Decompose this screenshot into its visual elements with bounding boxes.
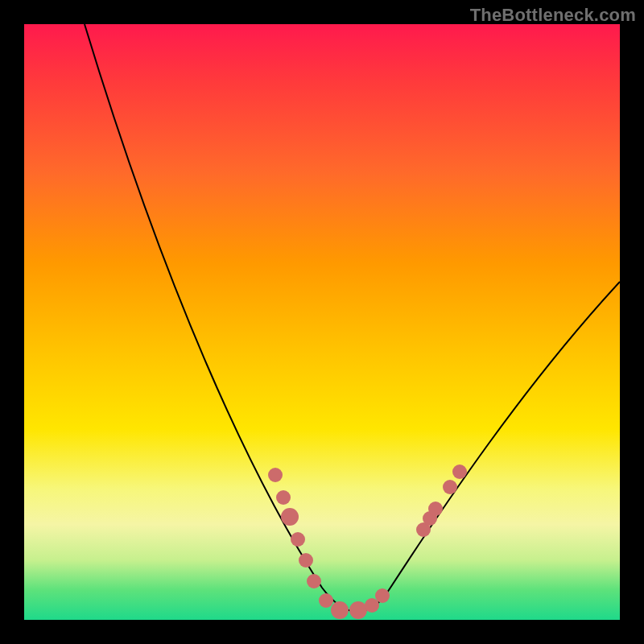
curve-marker — [291, 532, 305, 547]
curve-marker — [276, 490, 291, 505]
chart-frame: TheBottleneck.com — [0, 0, 644, 644]
curve-marker — [281, 508, 299, 526]
curve-marker — [307, 574, 321, 588]
curve-marker — [349, 601, 367, 619]
watermark-text: TheBottleneck.com — [470, 5, 636, 26]
curve-marker — [452, 464, 467, 479]
curve-marker — [319, 593, 333, 608]
curve-marker — [331, 601, 349, 619]
plot-area — [24, 24, 620, 620]
curve-marker — [375, 588, 390, 603]
curve-marker — [268, 468, 283, 482]
bottleneck-curve — [85, 24, 620, 612]
curve-marker — [443, 480, 457, 494]
curve-marker — [428, 502, 443, 516]
curve-marker — [299, 553, 313, 568]
curve-markers — [268, 464, 467, 619]
chart-svg — [24, 24, 620, 620]
